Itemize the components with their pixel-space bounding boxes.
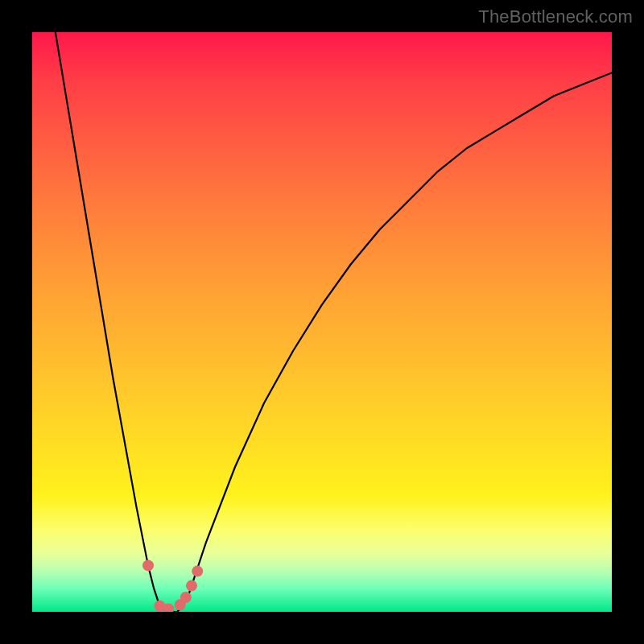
chart-stage: TheBottleneck.com [0, 0, 644, 644]
curve-markers [142, 559, 203, 612]
curve-marker [192, 566, 203, 577]
curve-marker [142, 559, 154, 571]
curve-marker [186, 580, 197, 592]
bottleneck-curve [56, 32, 612, 612]
plot-area [32, 32, 612, 612]
curve-marker [180, 592, 192, 603]
watermark-text: TheBottleneck.com [478, 6, 633, 27]
curve-layer [32, 32, 612, 612]
